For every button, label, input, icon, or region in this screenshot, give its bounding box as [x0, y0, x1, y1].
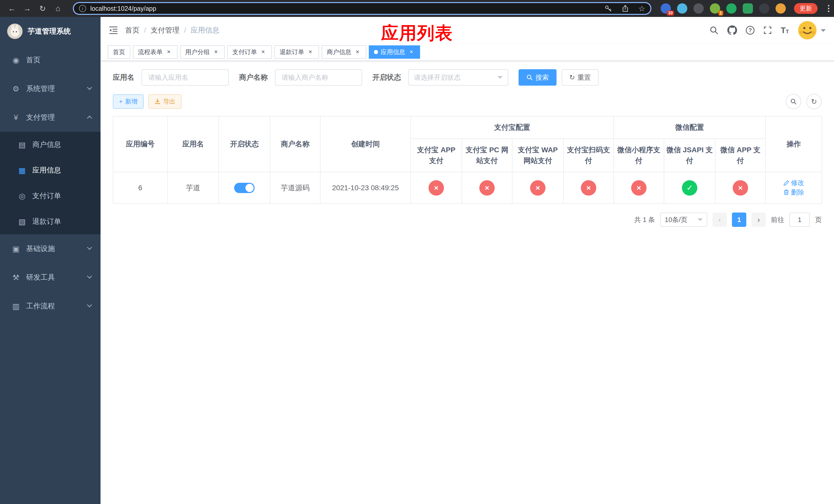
extension-icon[interactable] — [759, 3, 769, 14]
caret-down-icon — [821, 29, 826, 35]
dashboard-icon: ◉ — [10, 55, 22, 65]
status-select[interactable]: 请选择开启状态 — [408, 69, 508, 86]
page-size-select[interactable]: 10条/页 — [660, 212, 707, 227]
sidebar-item-system[interactable]: ⚙ 系统管理 — [0, 74, 101, 103]
tab-close-icon[interactable]: × — [260, 48, 267, 55]
browser-forward-icon[interactable]: → — [21, 2, 34, 15]
tab-close-icon[interactable]: × — [408, 48, 415, 55]
col-alipay-pc: 支付宝 PC 网站支付 — [462, 139, 512, 172]
fullscreen-icon[interactable] — [763, 26, 772, 35]
breadcrumb-separator: / — [144, 26, 146, 35]
breadcrumb-separator: / — [184, 26, 186, 35]
tab-label: 支付订单 — [232, 48, 257, 56]
search-form: 应用名 商户名称 开启状态 请选择开启状态 — [113, 69, 822, 86]
delete-link[interactable]: 删除 — [783, 188, 804, 197]
add-button[interactable]: + 新增 — [113, 94, 144, 109]
plus-icon: + — [119, 98, 123, 105]
avatar — [797, 21, 817, 40]
reset-button[interactable]: ↻ 重置 — [562, 69, 598, 86]
tab-close-icon[interactable]: × — [165, 48, 172, 55]
chrome-update-button[interactable]: 更新 — [794, 3, 818, 14]
goto-page-input[interactable] — [789, 212, 810, 227]
browser-reload-icon[interactable]: ↻ — [36, 2, 49, 15]
tab-label: 流程表单 — [138, 48, 162, 56]
help-icon[interactable]: ? — [746, 26, 754, 35]
sidebar-item-payment[interactable]: ¥ 支付管理 — [0, 103, 101, 132]
browser-back-icon[interactable]: ← — [5, 2, 19, 15]
edit-link-label: 修改 — [791, 178, 804, 187]
status-toggle[interactable] — [234, 183, 255, 193]
next-page-button[interactable]: › — [751, 212, 766, 227]
table-tools: ↻ — [786, 94, 822, 109]
extension-icon[interactable] — [743, 3, 753, 14]
table-toolbar: + 新增 导出 ↻ — [113, 94, 822, 109]
font-size-icon[interactable]: TT — [781, 26, 789, 35]
export-button[interactable]: 导出 — [148, 94, 181, 109]
address-bar[interactable]: i localhost:1024/pay/app ☆ — [73, 2, 652, 15]
extension-icon[interactable] — [694, 3, 704, 14]
tab-close-icon[interactable]: × — [212, 48, 220, 55]
breadcrumb-payment[interactable]: 支付管理 — [151, 25, 179, 35]
sidebar-item-infrastructure[interactable]: ▣ 基础设施 — [0, 234, 101, 263]
wechat-mini-status-icon: × — [631, 180, 646, 196]
sidebar-item-app-info[interactable]: ▦ 应用信息 — [0, 157, 101, 183]
browser-home-icon[interactable]: ⌂ — [51, 2, 65, 15]
user-menu[interactable] — [797, 21, 826, 40]
search-button[interactable]: 搜索 — [519, 69, 556, 86]
app-table: 应用编号 应用名 开启状态 商户名称 创建时间 支付宝配置 微信配置 操作 支付… — [113, 116, 822, 204]
search-button-label: 搜索 — [535, 73, 549, 82]
url-text[interactable]: localhost:1024/pay/app — [90, 5, 595, 12]
tab-user-group[interactable]: 用户分组 × — [180, 45, 225, 59]
edit-link[interactable]: 修改 — [783, 178, 804, 187]
total-count: 共 1 条 — [634, 215, 655, 224]
merchant-name-input[interactable] — [275, 69, 362, 86]
bookmark-star-icon[interactable]: ☆ — [638, 4, 645, 13]
extension-icon[interactable]: 10 — [661, 3, 671, 14]
col-group-wechat: 微信配置 — [614, 116, 766, 139]
refresh-table-button[interactable]: ↻ — [806, 94, 822, 109]
page-number-1[interactable]: 1 — [732, 212, 746, 227]
extension-icon[interactable] — [726, 3, 737, 14]
refund-icon: ▧ — [16, 217, 28, 226]
sidebar-logo[interactable]: 芋道管理系统 — [0, 17, 101, 46]
tab-home[interactable]: 首页 — [108, 45, 130, 59]
share-icon[interactable] — [621, 4, 629, 13]
tab-refund-order[interactable]: 退款订单 × — [275, 45, 319, 59]
sidebar-item-workflow[interactable]: ▥ 工作流程 — [0, 292, 101, 320]
tab-app-info[interactable]: 应用信息 × — [369, 45, 420, 59]
sidebar-item-pay-order[interactable]: ◎ 支付订单 — [0, 183, 101, 209]
extension-icon[interactable] — [775, 3, 786, 14]
col-actions: 操作 — [766, 116, 822, 172]
tab-merchant-info[interactable]: 商户信息 × — [322, 45, 366, 59]
refresh-icon: ↻ — [569, 74, 575, 82]
cell-merchant: 芋道源码 — [270, 172, 320, 204]
sidebar-fold-icon[interactable] — [109, 26, 118, 35]
search-icon — [526, 74, 533, 81]
breadcrumb: 首页 / 支付管理 / 应用信息 — [125, 25, 220, 35]
screen: ← → ↻ ⌂ i localhost:1024/pay/app ☆ 10 1 … — [0, 0, 834, 504]
font-size-small: T — [786, 29, 789, 35]
toggle-search-button[interactable] — [786, 94, 801, 109]
sidebar-item-home[interactable]: ◉ 首页 — [0, 46, 101, 74]
password-key-icon[interactable] — [604, 4, 612, 13]
order-icon: ◎ — [16, 191, 28, 201]
breadcrumb-home[interactable]: 首页 — [125, 25, 139, 35]
sidebar-item-label: 工作流程 — [26, 301, 55, 311]
chevron-down-icon — [698, 219, 703, 224]
app-name-input[interactable] — [141, 69, 229, 86]
tab-pay-order[interactable]: 支付订单 × — [227, 45, 272, 59]
extension-icon[interactable] — [677, 3, 687, 14]
search-icon[interactable] — [709, 26, 719, 35]
extension-icon[interactable]: 1 — [710, 3, 720, 14]
top-navbar: 首页 / 支付管理 / 应用信息 ? — [101, 17, 834, 44]
prev-page-button[interactable]: ‹ — [712, 212, 727, 227]
github-icon[interactable] — [727, 25, 737, 35]
tab-close-icon[interactable]: × — [307, 48, 314, 55]
browser-menu-icon[interactable] — [826, 3, 831, 14]
sidebar-item-devtools[interactable]: ⚒ 研发工具 — [0, 263, 101, 292]
site-info-icon[interactable]: i — [79, 5, 86, 12]
tab-close-icon[interactable]: × — [354, 48, 361, 55]
tab-flow-form[interactable]: 流程表单 × — [133, 45, 177, 59]
sidebar-item-merchant-info[interactable]: ▤ 商户信息 — [0, 132, 101, 157]
sidebar-item-refund-order[interactable]: ▧ 退款订单 — [0, 209, 101, 234]
